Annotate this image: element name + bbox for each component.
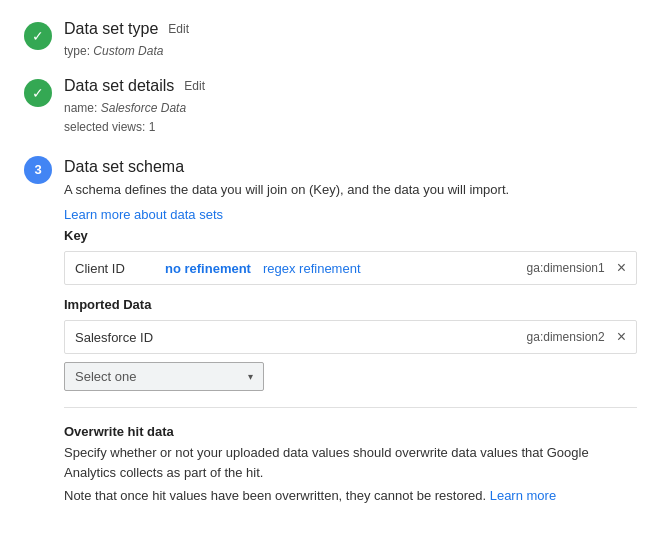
imported-dimension-label-0: ga:dimension2 (527, 330, 605, 344)
regex-refinement-link[interactable]: regex refinement (263, 261, 361, 276)
step1-indicator: ✓ (24, 22, 52, 50)
dataset-schema-content: Data set schema A schema defines the dat… (64, 158, 637, 506)
key-row: Client ID no refinement regex refinement… (64, 251, 637, 285)
dataset-schema-section: 3 Data set schema A schema defines the d… (24, 154, 637, 506)
overwrite-note: Note that once hit values have been over… (64, 486, 637, 506)
key-field-label: Client ID (75, 261, 165, 276)
dataset-type-meta: type: Custom Data (64, 42, 637, 61)
meta-name-value: Salesforce Data (101, 101, 186, 115)
dataset-type-section: ✓ Data set type Edit type: Custom Data (24, 20, 637, 61)
imported-row-0: Salesforce ID ga:dimension2 × (64, 320, 637, 354)
imported-field-label-0: Salesforce ID (75, 330, 165, 345)
key-row-right: ga:dimension1 × (527, 260, 626, 276)
imported-row-remove-button-0[interactable]: × (617, 329, 626, 345)
dataset-details-meta: name: Salesforce Data selected views: 1 (64, 99, 637, 137)
imported-row-right-0: ga:dimension2 × (527, 329, 626, 345)
meta-views-value: 1 (149, 120, 156, 134)
step3-indicator: 3 (24, 156, 52, 184)
dataset-type-content: Data set type Edit type: Custom Data (64, 20, 637, 61)
dataset-details-edit-link[interactable]: Edit (184, 79, 205, 93)
learn-more-link[interactable]: Learn more about data sets (64, 207, 223, 222)
dataset-type-edit-link[interactable]: Edit (168, 22, 189, 36)
no-refinement-link[interactable]: no refinement (165, 261, 251, 276)
imported-data-label: Imported Data (64, 297, 637, 312)
dataset-details-section: ✓ Data set details Edit name: Salesforce… (24, 77, 637, 137)
overwrite-title: Overwrite hit data (64, 424, 637, 439)
dataset-schema-title-row: Data set schema (64, 158, 637, 176)
overwrite-note-prefix: Note that once hit values have been over… (64, 488, 486, 503)
dataset-type-title: Data set type (64, 20, 158, 38)
dataset-type-title-row: Data set type Edit (64, 20, 637, 38)
key-row-remove-button[interactable]: × (617, 260, 626, 276)
dataset-details-title-row: Data set details Edit (64, 77, 637, 95)
select-one-text: Select one (75, 369, 136, 384)
dataset-schema-title: Data set schema (64, 158, 184, 176)
select-one-dropdown[interactable]: Select one ▾ (64, 362, 264, 391)
meta-views-label: selected views: (64, 120, 145, 134)
meta-name-label: name: (64, 101, 97, 115)
key-label: Key (64, 228, 637, 243)
meta-type-label: type: (64, 44, 90, 58)
schema-divider (64, 407, 637, 408)
step2-indicator: ✓ (24, 79, 52, 107)
select-dropdown-arrow-icon: ▾ (248, 371, 253, 382)
dataset-details-title: Data set details (64, 77, 174, 95)
overwrite-section: Overwrite hit data Specify whether or no… (64, 424, 637, 506)
overwrite-learn-more-link[interactable]: Learn more (490, 488, 556, 503)
meta-type-value: Custom Data (93, 44, 163, 58)
dataset-details-content: Data set details Edit name: Salesforce D… (64, 77, 637, 137)
overwrite-description: Specify whether or not your uploaded dat… (64, 443, 637, 482)
schema-description: A schema defines the data you will join … (64, 180, 637, 200)
key-dimension-label: ga:dimension1 (527, 261, 605, 275)
